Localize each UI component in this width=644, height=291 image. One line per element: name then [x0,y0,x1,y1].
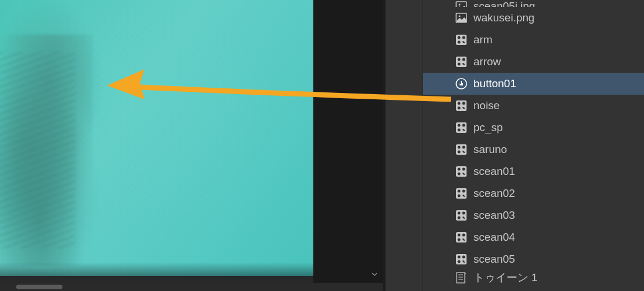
preview-image-subject [0,35,92,266]
svg-point-32 [458,195,461,197]
movieclip-icon [455,143,468,156]
svg-point-16 [458,107,461,110]
library-item-scean01[interactable]: scean01 [423,161,644,182]
svg-point-43 [462,256,465,259]
svg-point-28 [458,173,461,176]
library-item-label: scean04 [473,231,515,244]
library-item-scean04[interactable]: scean04 [423,226,644,248]
svg-point-38 [458,234,461,237]
panel-gap [385,0,423,291]
library-item-scean05[interactable]: scean05 [423,248,644,270]
svg-rect-21 [456,144,467,155]
svg-point-22 [458,146,461,149]
image-icon [455,12,468,24]
library-item-scean05j[interactable]: scean05j.jpg [423,0,644,7]
movieclip-icon [455,55,468,68]
svg-point-40 [458,238,461,241]
svg-point-42 [458,256,461,259]
library-item-label: scean01 [473,165,515,178]
svg-point-30 [458,190,461,193]
movieclip-icon [455,253,468,266]
svg-rect-29 [456,188,467,199]
library-item-label: トゥイーン 1 [473,270,538,285]
svg-point-14 [458,102,461,105]
movieclip-icon [455,165,468,178]
svg-rect-17 [456,122,467,133]
library-item-arrow[interactable]: arrow [423,51,644,73]
svg-point-10 [462,58,465,61]
library-panel: scean05j.jpg wakusei.png arm arrow [423,0,644,291]
button-icon [455,77,468,90]
svg-point-36 [458,217,461,219]
svg-point-27 [462,168,465,171]
tween-icon [455,271,468,284]
library-item-button01[interactable]: button01 [423,73,644,95]
preview-canvas[interactable] [0,0,313,276]
movieclip-icon [455,99,468,112]
svg-rect-0 [456,2,467,7]
movieclip-icon [455,121,468,134]
library-item-label: button01 [473,77,516,90]
svg-point-20 [458,129,461,132]
svg-point-24 [458,151,461,154]
svg-point-7 [458,41,461,44]
svg-point-3 [459,16,461,17]
svg-point-1 [459,4,461,6]
movieclip-icon [455,187,468,200]
svg-point-11 [458,63,461,66]
preview-shadow [0,262,313,276]
library-item-label: wakusei.png [473,12,535,24]
library-item-tween1[interactable]: トゥイーン 1 [423,270,644,285]
movieclip-icon [455,33,468,46]
library-item-scean02[interactable]: scean02 [423,182,644,204]
library-item-label: scean03 [473,209,515,222]
movieclip-icon [455,209,468,222]
horizontal-scrollbar[interactable] [0,283,383,291]
horizontal-scrollbar-thumb[interactable] [16,285,62,289]
library-item-label: arrow [473,55,501,68]
library-item-label: arm [473,33,493,46]
library-item-label: scean05 [473,253,515,266]
svg-rect-37 [456,232,467,242]
svg-point-34 [458,212,461,215]
library-item-label: scean02 [473,187,515,200]
library-item-wakusei[interactable]: wakusei.png [423,7,644,29]
svg-point-23 [462,146,465,149]
svg-point-19 [462,124,465,127]
svg-rect-4 [456,35,467,45]
library-item-noise[interactable]: noise [423,95,644,117]
svg-point-35 [462,212,465,215]
svg-point-44 [458,260,461,263]
svg-point-26 [458,168,461,171]
svg-point-31 [462,190,465,193]
image-icon [455,0,468,7]
svg-rect-45 [457,273,465,283]
svg-point-6 [462,36,465,39]
svg-rect-41 [456,254,467,264]
svg-rect-8 [456,57,467,67]
library-item-label: noise [473,99,499,112]
svg-point-39 [462,234,465,237]
library-item-label: scean05j.jpg [473,0,535,7]
svg-rect-33 [456,210,467,221]
svg-point-5 [458,36,461,39]
svg-rect-25 [456,166,467,177]
preview-pasteboard [313,0,383,283]
library-item-pc-sp[interactable]: pc_sp [423,117,644,139]
library-item-label: pc_sp [473,121,503,134]
svg-point-18 [458,124,461,127]
library-item-saruno[interactable]: saruno [423,139,644,161]
svg-point-15 [462,102,465,105]
scroll-down-icon[interactable] [371,270,378,279]
library-item-label: saruno [473,143,507,156]
library-item-scean03[interactable]: scean03 [423,204,644,226]
svg-point-9 [458,58,461,61]
library-item-arm[interactable]: arm [423,29,644,51]
movieclip-icon [455,231,468,244]
preview-area [0,0,383,291]
svg-rect-13 [456,100,467,111]
